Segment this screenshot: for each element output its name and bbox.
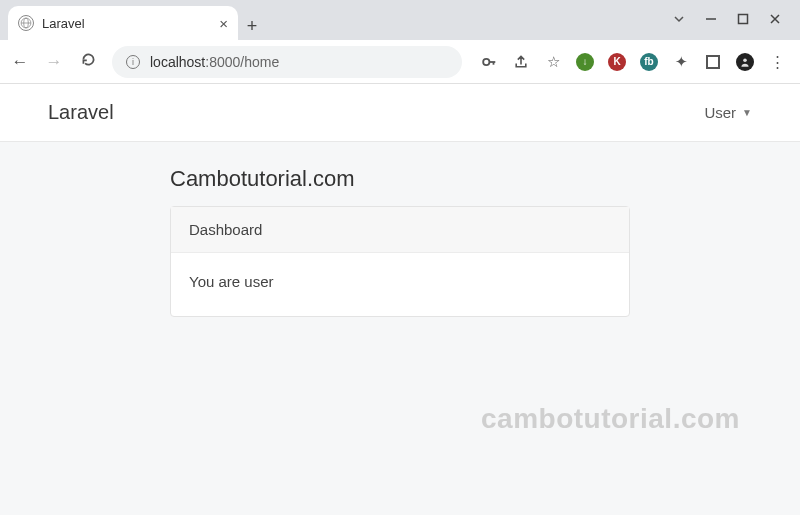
side-panel-icon[interactable] (704, 53, 722, 71)
site-info-icon[interactable]: i (126, 55, 140, 69)
svg-point-8 (743, 58, 747, 62)
reload-button[interactable] (78, 51, 98, 73)
url-text: localhost:8000/home (150, 54, 279, 70)
tab-title: Laravel (42, 16, 211, 31)
globe-icon (18, 15, 34, 31)
maximize-icon[interactable] (736, 12, 750, 26)
back-button[interactable]: ← (10, 52, 30, 72)
close-tab-icon[interactable]: × (219, 15, 228, 32)
new-tab-button[interactable]: + (238, 12, 266, 40)
key-icon[interactable] (480, 53, 498, 71)
chevron-down-icon[interactable] (672, 12, 686, 26)
content-container: Cambotutorial.com Dashboard You are user (170, 166, 630, 317)
profile-avatar-icon[interactable] (736, 53, 754, 71)
page-heading: Cambotutorial.com (170, 166, 630, 192)
address-bar[interactable]: i localhost:8000/home (112, 46, 462, 78)
browser-toolbar: ← → i localhost:8000/home ☆ ↓ K fb ✦ ⋮ (0, 40, 800, 84)
forward-button[interactable]: → (44, 52, 64, 72)
url-port: :8000 (205, 54, 240, 70)
extension-fb-icon[interactable]: fb (640, 53, 658, 71)
extension-idm-icon[interactable]: ↓ (576, 53, 594, 71)
page-content: Cambotutorial.com Dashboard You are user… (0, 142, 800, 515)
extension-k-icon[interactable]: K (608, 53, 626, 71)
share-icon[interactable] (512, 53, 530, 71)
bookmark-star-icon[interactable]: ☆ (544, 53, 562, 71)
url-host: localhost (150, 54, 205, 70)
extensions-puzzle-icon[interactable]: ✦ (672, 53, 690, 71)
caret-down-icon: ▼ (742, 107, 752, 118)
card-header: Dashboard (171, 207, 629, 253)
user-dropdown-label: User (704, 104, 736, 121)
watermark-text: cambotutorial.com (481, 403, 740, 435)
svg-point-5 (483, 58, 489, 64)
browser-tab-strip: Laravel × + (0, 0, 800, 40)
minimize-icon[interactable] (704, 12, 718, 26)
url-path: /home (240, 54, 279, 70)
card-body: You are user (171, 253, 629, 316)
window-controls (654, 0, 800, 38)
svg-rect-4 (739, 15, 748, 24)
toolbar-actions: ☆ ↓ K fb ✦ ⋮ (476, 53, 790, 71)
dashboard-card: Dashboard You are user (170, 206, 630, 317)
app-navbar: Laravel User ▼ (0, 84, 800, 142)
browser-menu-icon[interactable]: ⋮ (768, 53, 786, 71)
brand-title[interactable]: Laravel (48, 101, 114, 124)
user-dropdown[interactable]: User ▼ (704, 104, 752, 121)
close-window-icon[interactable] (768, 12, 782, 26)
browser-tab[interactable]: Laravel × (8, 6, 238, 40)
